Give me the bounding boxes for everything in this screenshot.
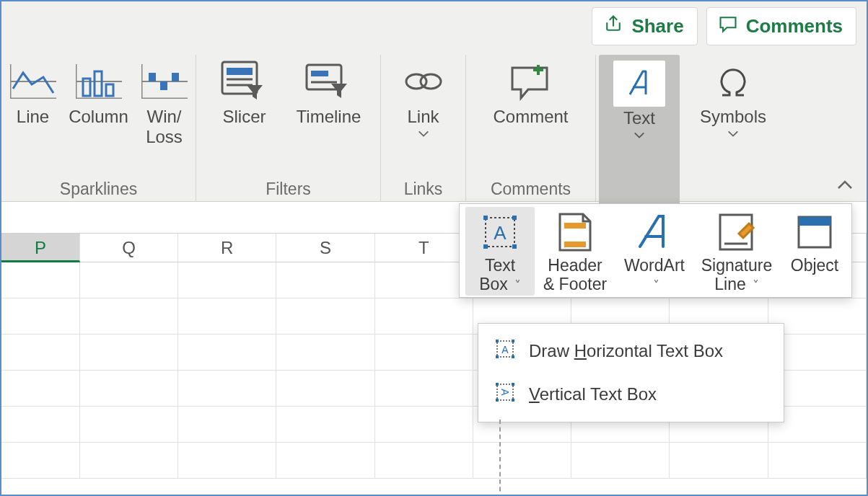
cell[interactable] [1,443,80,479]
cell[interactable] [1,298,80,335]
cell[interactable] [1,371,80,407]
cell[interactable] [375,298,473,335]
timeline-button[interactable]: Timeline [286,55,372,127]
svg-rect-13 [160,81,167,90]
header-footer-button[interactable]: Header & Footer [536,207,614,296]
chevron-down-icon [417,128,430,141]
sparkline-winloss-icon [140,58,189,105]
cell[interactable] [178,335,276,371]
cell[interactable] [80,262,178,298]
header-footer-label: Header & Footer [543,256,607,294]
object-button[interactable]: Object [780,207,849,296]
svg-rect-28 [483,216,488,220]
text-icon [613,61,665,107]
symbols-label: Symbols [700,107,766,127]
comments-button[interactable]: Comments [706,7,856,45]
cell[interactable] [1,335,80,371]
svg-rect-34 [564,242,586,247]
object-label: Object [791,256,838,275]
sparkline-column-icon [74,58,123,105]
chevron-down-icon [727,128,740,141]
cell[interactable] [276,443,374,479]
svg-rect-16 [227,68,253,75]
comment-button[interactable]: Comment [477,55,585,127]
cell[interactable] [375,371,473,407]
sparkline-column-button[interactable]: Column [63,55,135,146]
sparkline-winloss-label: Win/ Loss [146,107,183,146]
cell[interactable] [178,298,276,335]
column-header[interactable]: R [178,234,276,262]
link-button[interactable]: Link [391,55,456,141]
svg-rect-30 [483,244,488,249]
slicer-button[interactable]: Slicer [205,55,284,127]
cell[interactable] [178,371,276,407]
cell[interactable] [1,407,80,443]
comments-label: Comments [746,15,843,37]
cell[interactable] [375,443,473,479]
cell[interactable] [276,298,374,335]
group-sparklines-title: Sparklines [1,180,196,199]
link-label: Link [407,107,439,127]
share-label: Share [631,15,683,37]
link-icon [399,58,448,105]
column-header[interactable]: Q [80,234,178,262]
vertical-text-box-icon: A [494,381,516,407]
text-gallery-popover: A Text Box ˅ Header & Footer [459,203,852,298]
signature-line-icon [711,208,763,256]
vertical-text-box-item[interactable]: A Vertical Text Box [478,373,784,416]
svg-rect-50 [512,399,514,402]
draw-horizontal-text-box-item[interactable]: A Draw Horizontal Text Box [478,329,784,373]
cell[interactable] [80,371,178,407]
svg-rect-7 [95,71,102,96]
cell[interactable] [571,443,670,479]
share-icon [602,14,624,39]
text-box-button[interactable]: A Text Box ˅ [465,207,535,296]
cell[interactable] [80,443,178,479]
svg-rect-8 [106,84,113,96]
svg-rect-31 [512,244,517,249]
cell[interactable] [276,371,374,407]
cell[interactable] [1,262,80,298]
column-header[interactable]: S [276,234,374,262]
cell[interactable] [375,335,473,371]
timeline-label: Timeline [297,107,361,127]
page-break-indicator [499,420,501,496]
collapse-ribbon-icon[interactable] [836,178,854,194]
text-dropdown-button[interactable]: Text [599,55,680,215]
cell[interactable] [768,443,867,479]
sparkline-line-button[interactable]: Line [5,55,61,146]
cell[interactable] [276,407,374,443]
symbols-button[interactable]: Symbols [690,55,776,141]
cell[interactable] [473,443,571,479]
group-filters: Slicer Timeline Filters [196,55,381,202]
ribbon: Share Comments [1,1,867,202]
svg-rect-42 [512,340,514,342]
cell[interactable] [178,407,276,443]
column-header[interactable]: P [1,234,80,262]
sparkline-winloss-button[interactable]: Win/ Loss [136,55,193,146]
chevron-down-icon: ˅ [511,278,521,293]
cell[interactable] [80,298,178,335]
slicer-label: Slicer [222,107,266,127]
share-button[interactable]: Share [592,7,697,45]
group-comments-title: Comments [466,180,595,199]
svg-rect-20 [311,71,328,76]
svg-rect-33 [564,223,586,229]
omega-icon [709,58,758,105]
cell[interactable] [670,443,768,479]
object-icon [789,208,841,256]
signature-line-button[interactable]: Signature Line ˅ [695,207,779,296]
cell[interactable] [178,262,276,298]
svg-rect-49 [496,399,499,402]
svg-rect-39 [799,217,830,226]
cell[interactable] [178,443,276,479]
timeline-icon [304,58,354,105]
chevron-down-icon [633,130,646,143]
cell[interactable] [276,335,374,371]
wordart-button[interactable]: WordArt˅ [615,207,693,296]
svg-rect-44 [512,355,514,358]
cell[interactable] [80,407,178,443]
cell[interactable] [276,262,374,298]
cell[interactable] [80,335,178,371]
cell[interactable] [375,407,473,443]
